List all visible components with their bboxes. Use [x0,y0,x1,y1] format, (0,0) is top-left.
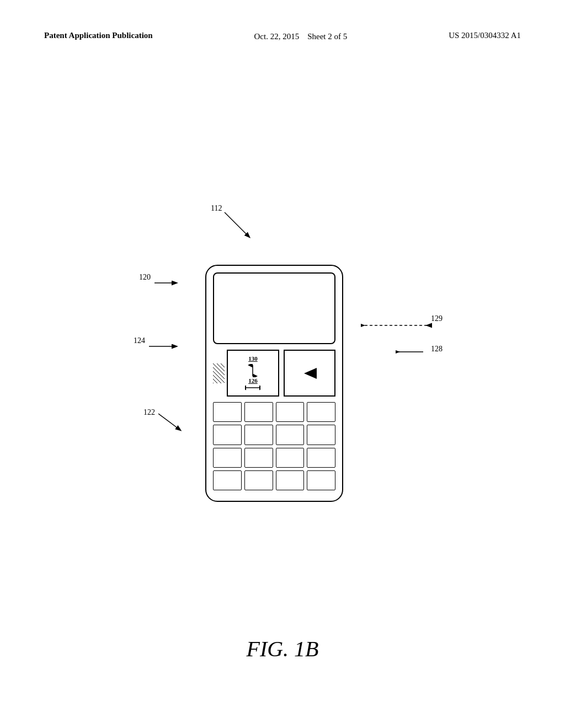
ref-124-label: 124 [134,336,145,345]
publication-date: Oct. 22, 2015 [254,32,300,41]
svg-marker-3 [304,368,317,379]
device-middle: 130 [213,350,335,397]
label-130: 130 [248,355,258,362]
header-center: Oct. 22, 2015 Sheet 2 of 5 [254,30,348,43]
ref-124-arrow [149,341,179,352]
ref-129-label: 129 [431,314,443,323]
key-6 [244,425,273,445]
ref-129-arrow [361,320,433,331]
ref-120-arrow [154,277,179,288]
ref-128-arrow [396,346,426,357]
left-arrow-icon [301,365,318,382]
key-12 [307,448,335,468]
nav-inner: 130 [227,350,335,397]
key-2 [244,402,273,422]
patent-number: US 2015/0304332 A1 [449,31,521,40]
vertical-arrow [247,364,258,377]
nav-box-left: 130 [227,350,279,397]
device-screen [213,272,335,344]
header-right: US 2015/0304332 A1 [449,30,521,41]
device: 130 [172,232,382,518]
key-7 [276,425,305,445]
figure-caption: FIG. 1B [0,636,565,662]
key-9 [213,448,242,468]
key-11 [276,448,305,468]
ref-122-label: 122 [143,408,155,417]
patent-application-label: Patent Application Publication [44,31,153,40]
keypad [213,402,335,490]
side-hatching [213,363,225,383]
key-4 [307,402,335,422]
label-126: 126 [248,377,258,384]
key-13 [213,470,242,490]
key-10 [244,448,273,468]
key-3 [276,402,305,422]
header-left: Patent Application Publication [44,30,153,41]
horizontal-arrow [245,384,260,392]
diagram-wrapper: 112 [122,204,443,502]
key-5 [213,425,242,445]
figure-caption-text: FIG. 1B [246,636,318,661]
ref-120-label: 120 [139,273,151,282]
svg-line-6 [158,414,180,430]
header: Patent Application Publication Oct. 22, … [0,30,565,43]
diagram-area: 112 [0,88,565,618]
nav-box-right [284,350,335,397]
ref-128-label: 128 [431,345,443,354]
key-15 [276,470,305,490]
key-14 [244,470,273,490]
key-1 [213,402,242,422]
ref-122-arrow [158,411,186,433]
key-16 [307,470,335,490]
key-8 [307,425,335,445]
device-body: 130 [205,265,343,502]
sheet-info: Sheet 2 of 5 [307,32,347,41]
